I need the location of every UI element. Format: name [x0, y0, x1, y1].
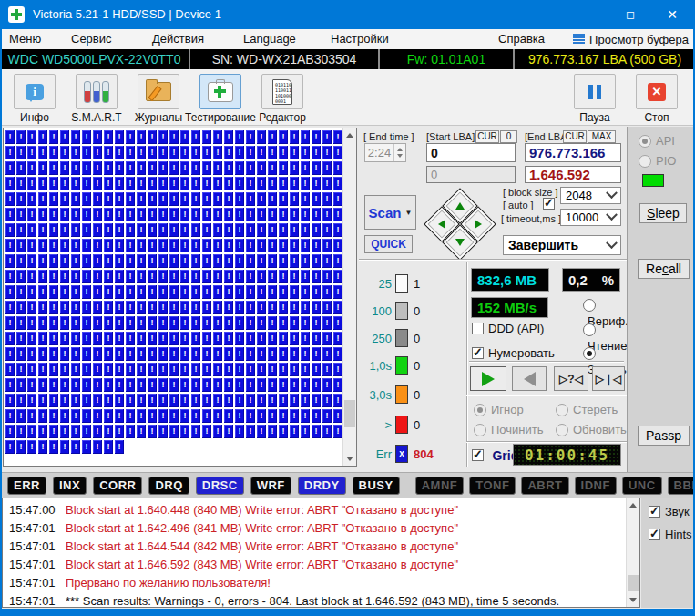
scan-block: !	[322, 146, 332, 159]
scan-block: !	[104, 130, 113, 144]
scan-block: !	[38, 223, 47, 237]
toolbar-button-stop[interactable]: Стоп	[629, 74, 684, 124]
status-led-bar: ERR INX CORR DRQ DRSC WRF DRDY BUSY AMNF…	[0, 472, 695, 498]
scan-block: !	[158, 270, 168, 283]
log-scrollbar[interactable]	[626, 498, 639, 607]
scan-block: !	[333, 130, 342, 144]
toolbar-button-smart[interactable]: S.M.A.R.T	[69, 74, 124, 124]
start-lba-cur-button[interactable]: CUR	[475, 130, 499, 143]
scan-block: !	[93, 347, 102, 361]
scan-block: !	[333, 316, 342, 330]
scan-block: !	[158, 301, 168, 314]
scan-button[interactable]: Scan ▼	[364, 195, 416, 230]
scan-block: !	[27, 378, 36, 392]
seek-end-button[interactable]: ▷❘◁	[592, 366, 625, 391]
scan-block: !	[202, 161, 211, 175]
scan-block: !	[16, 425, 26, 438]
auto-checkbox[interactable]	[543, 198, 555, 210]
menu-item-settings[interactable]: Настройки	[331, 29, 389, 49]
scan-block: !	[202, 332, 211, 345]
scan-block: !	[301, 208, 310, 221]
grid-scrollbar[interactable]	[342, 128, 356, 466]
menu-item-help[interactable]: Справка	[498, 29, 545, 49]
close-button[interactable]: ✕	[651, 0, 693, 29]
scan-block: !	[137, 223, 146, 237]
scan-block: !	[158, 239, 168, 252]
scan-block: !	[49, 239, 58, 252]
scroll-up-icon[interactable]	[343, 128, 356, 142]
menu-item-menu[interactable]: Меню	[9, 29, 41, 49]
timeout-combo[interactable]: 10000	[560, 209, 621, 226]
scan-block: !	[333, 332, 342, 345]
scan-block: !	[49, 192, 58, 206]
activity-led	[642, 174, 664, 187]
scan-block: !	[104, 146, 113, 159]
sound-checkbox[interactable]: Звук	[649, 505, 690, 518]
scan-block: !	[60, 409, 69, 423]
end-lba-cur-button[interactable]: CUR	[563, 130, 587, 143]
start-lba-input[interactable]: 0	[426, 143, 516, 162]
toolbar-button-info[interactable]: Инфо	[7, 74, 62, 124]
scan-block: !	[312, 316, 321, 330]
scan-block: !	[82, 239, 91, 252]
play-forward-button[interactable]	[470, 366, 506, 391]
end-time-spinner[interactable]: 2:24	[364, 143, 406, 162]
scan-block: !	[93, 177, 102, 190]
maximize-button[interactable]: ◻	[609, 0, 651, 29]
grid-checkbox[interactable]: Grid	[472, 447, 518, 463]
spinner-arrows-icon[interactable]	[393, 144, 405, 161]
scan-block: !	[104, 301, 113, 314]
scan-block: !	[158, 177, 168, 190]
minimize-button[interactable]: ─	[567, 0, 609, 29]
block-size-combo[interactable]: 2048	[560, 187, 621, 204]
toolbar-button-journals[interactable]: Журналы	[131, 74, 186, 124]
start-lba-zero-button[interactable]: 0	[500, 130, 517, 143]
scan-block: !	[312, 409, 321, 423]
toolbar-button-testing[interactable]: Тестирование	[193, 74, 248, 124]
step-back-button[interactable]	[512, 366, 547, 391]
seek-question-button[interactable]: ▷?◁	[554, 366, 588, 391]
scan-block: !	[333, 254, 342, 268]
scan-block: !	[290, 239, 299, 252]
menu-item-service[interactable]: Сервис	[71, 29, 112, 49]
scan-block: !	[246, 270, 255, 283]
scan-block: !	[191, 254, 200, 268]
scan-block: !	[5, 440, 15, 454]
scroll-down-icon[interactable]	[343, 452, 356, 466]
device-firmware: Fw: 01.01A01	[378, 49, 513, 69]
log-scrollbar-thumb[interactable]	[628, 575, 639, 591]
window-title: Victoria 5.21-1 HDD/SSD | Device 1	[33, 0, 221, 29]
scan-block: !	[27, 177, 36, 190]
numerate-checkbox[interactable]: Нумеровать	[472, 344, 555, 361]
scan-block: !	[180, 378, 189, 392]
after-action-combo[interactable]: Завершить	[503, 235, 621, 255]
recall-button[interactable]: Recall	[638, 259, 690, 279]
end-lba-max-button[interactable]: MAX	[588, 130, 616, 143]
scan-block: !	[312, 239, 321, 252]
direction-pad	[428, 192, 492, 256]
api-radio: API	[639, 132, 675, 149]
menu-item-actions[interactable]: Действия	[152, 29, 204, 49]
grid-scrollbar-thumb[interactable]	[344, 400, 355, 427]
scan-block: !	[312, 332, 321, 345]
ddd-api-checkbox[interactable]: DDD (API)	[472, 320, 544, 336]
log-entry: 15:47:01Block start at 1.646.592 (843 MB…	[3, 556, 639, 574]
sleep-button[interactable]: Sleep	[639, 203, 687, 223]
end-lba-input[interactable]: 976.773.166	[525, 143, 621, 162]
buffer-view-button[interactable]: Просмотр буфера	[573, 29, 689, 49]
scan-block: !	[268, 394, 277, 407]
play-icon	[482, 372, 495, 386]
scan-block: !	[235, 301, 244, 314]
scan-block: !	[180, 332, 189, 345]
scroll-up-icon[interactable]	[627, 498, 639, 512]
menu-item-language[interactable]: Language	[243, 29, 296, 49]
scroll-down-icon[interactable]	[627, 593, 639, 607]
toolbar-button-editor[interactable]: 0101101100111010000001 Редактор	[255, 74, 310, 124]
scan-block: !	[312, 177, 321, 190]
log-panel[interactable]: 15:47:00Block start at 1.640.448 (840 MB…	[2, 498, 640, 608]
hints-checkbox[interactable]: Hints	[649, 528, 692, 541]
toolbar-button-pause[interactable]: Пауза	[567, 74, 622, 124]
scan-block: !	[301, 223, 310, 237]
quick-button[interactable]: QUICK	[364, 235, 413, 253]
passp-button[interactable]: Passp	[638, 426, 690, 446]
